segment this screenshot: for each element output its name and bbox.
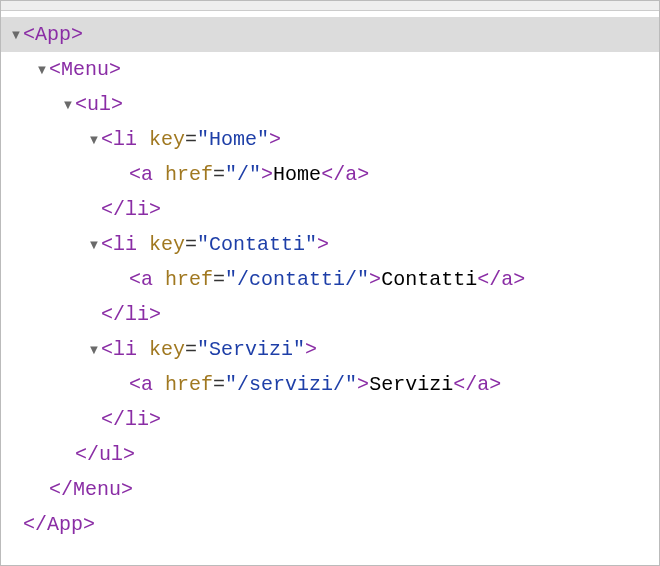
angle-close: > — [71, 23, 83, 46]
angle-close: > — [109, 58, 121, 81]
attr-value-href: "/" — [225, 163, 261, 186]
tag-name: a — [141, 163, 153, 186]
attr-value-key: "Servizi" — [197, 338, 305, 361]
tag-name: li — [113, 128, 137, 151]
attr-value-key: "Contatti" — [197, 233, 317, 256]
tag-name: Menu — [61, 58, 109, 81]
attr-name-key: key — [149, 338, 185, 361]
tag-name: a — [141, 373, 153, 396]
attr-name-href: href — [165, 268, 213, 291]
tree-row-a[interactable]: <a href="/contatti/">Contatti</a> — [1, 262, 659, 297]
attr-name-href: href — [165, 373, 213, 396]
disclosure-triangle-icon[interactable]: ▼ — [87, 235, 101, 255]
attr-value-key: "Home" — [197, 128, 269, 151]
angle-open: < — [75, 93, 87, 116]
text-node: Contatti — [381, 268, 477, 291]
tree-row-li-close[interactable]: ▼</li> — [1, 192, 659, 227]
tag-name: a — [345, 163, 357, 186]
devtools-elements-panel: ▼<App> ▼<Menu> ▼<ul> ▼<li key="Home"> <a… — [0, 0, 660, 566]
tag-name: li — [113, 233, 137, 256]
disclosure-triangle-icon[interactable]: ▼ — [35, 60, 49, 80]
disclosure-triangle-icon[interactable]: ▼ — [87, 130, 101, 150]
tree-row-li-open[interactable]: ▼<li key="Servizi"> — [1, 332, 659, 367]
tag-name: li — [125, 198, 149, 221]
attr-name-key: key — [149, 233, 185, 256]
tree-row-li-close[interactable]: ▼</li> — [1, 402, 659, 437]
disclosure-triangle-icon[interactable]: ▼ — [61, 95, 75, 115]
attr-value-href: "/servizi/" — [225, 373, 357, 396]
tree-row-li-open[interactable]: ▼<li key="Home"> — [1, 122, 659, 157]
text-node: Home — [273, 163, 321, 186]
attr-name-key: key — [149, 128, 185, 151]
tag-name: Menu — [73, 478, 121, 501]
angle-open: < — [23, 23, 35, 46]
tree-row-a[interactable]: <a href="/">Home</a> — [1, 157, 659, 192]
disclosure-triangle-icon[interactable]: ▼ — [87, 340, 101, 360]
text-node: Servizi — [369, 373, 453, 396]
tag-name: li — [125, 408, 149, 431]
disclosure-triangle-icon[interactable]: ▼ — [9, 25, 23, 45]
tree-row-ul-open[interactable]: ▼<ul> — [1, 87, 659, 122]
tree-row-menu-open[interactable]: ▼<Menu> — [1, 52, 659, 87]
dom-tree: ▼<App> ▼<Menu> ▼<ul> ▼<li key="Home"> <a… — [1, 11, 659, 542]
tree-row-ul-close[interactable]: ▼</ul> — [1, 437, 659, 472]
tag-name: li — [113, 338, 137, 361]
tag-name: App — [35, 23, 71, 46]
tag-name: App — [47, 513, 83, 536]
tree-row-a[interactable]: <a href="/servizi/">Servizi</a> — [1, 367, 659, 402]
tag-name: ul — [99, 443, 123, 466]
tree-row-menu-close[interactable]: ▼</Menu> — [1, 472, 659, 507]
tree-row-li-close[interactable]: ▼</li> — [1, 297, 659, 332]
attr-name-href: href — [165, 163, 213, 186]
tree-row-app-open[interactable]: ▼<App> — [1, 17, 659, 52]
tree-row-li-open[interactable]: ▼<li key="Contatti"> — [1, 227, 659, 262]
panel-top-bar — [1, 1, 659, 11]
tree-row-app-close[interactable]: ▼</App> — [1, 507, 659, 542]
tag-name: a — [501, 268, 513, 291]
tag-name: ul — [87, 93, 111, 116]
tag-name: li — [125, 303, 149, 326]
angle-open: < — [49, 58, 61, 81]
angle-close: > — [111, 93, 123, 116]
attr-value-href: "/contatti/" — [225, 268, 369, 291]
tag-name: a — [477, 373, 489, 396]
tag-name: a — [141, 268, 153, 291]
